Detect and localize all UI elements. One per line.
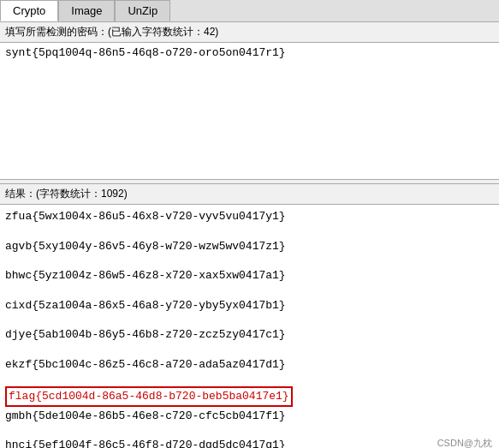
input-label: 填写所需检测的密码：(已输入字符数统计：42) bbox=[0, 22, 499, 43]
output-line: zfua{5wx1004x-86u5-46x8-v720-vyv5vu0417y… bbox=[5, 208, 494, 225]
tab-bar: Crypto Image UnZip bbox=[0, 0, 499, 22]
tab-unzip[interactable]: UnZip bbox=[115, 0, 170, 21]
output-line: ekzf{5bc1004c-86z5-46c8-a720-ada5az0417d… bbox=[5, 356, 494, 373]
output-line: cixd{5za1004a-86x5-46a8-y720-yby5yx0417b… bbox=[5, 297, 494, 314]
output-line: bhwc{5yz1004z-86w5-46z8-x720-xax5xw0417a… bbox=[5, 267, 494, 284]
output-area[interactable]: zfua{5wx1004x-86u5-46x8-v720-vyv5vu0417y… bbox=[0, 205, 499, 448]
output-lines: zfua{5wx1004x-86u5-46x8-v720-vyv5vu0417y… bbox=[5, 208, 494, 448]
watermark: CSDN@九枕 bbox=[437, 437, 492, 448]
tab-image[interactable]: Image bbox=[58, 0, 115, 21]
output-label: 结果：(字符数统计：1092) bbox=[0, 183, 499, 205]
output-line: agvb{5xy1004y-86v5-46y8-w720-wzw5wv0417z… bbox=[5, 238, 494, 255]
output-line: hnci{5ef1004f-86c5-46f8-d720-dgd5dc0417g… bbox=[5, 437, 494, 448]
tab-crypto[interactable]: Crypto bbox=[0, 0, 58, 21]
output-line: gmbh{5de1004e-86b5-46e8-c720-cfc5cb0417f… bbox=[5, 408, 494, 425]
input-textarea[interactable] bbox=[0, 43, 499, 180]
output-line: djye{5ab1004b-86y5-46b8-z720-zcz5zy0417c… bbox=[5, 326, 494, 343]
flag-line: flag{5cd1004d-86a5-46d8-b720-beb5ba0417e… bbox=[5, 386, 293, 407]
